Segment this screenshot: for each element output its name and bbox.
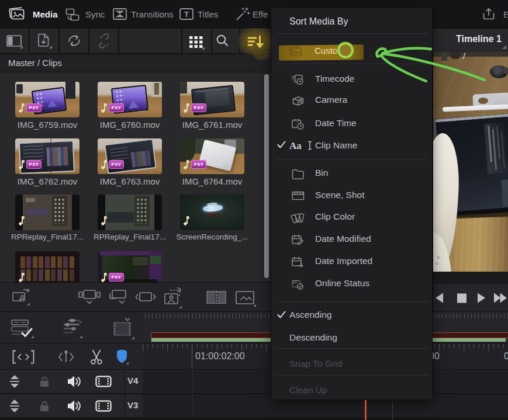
svg-text:T: T [184, 10, 189, 19]
svg-text:Aa: Aa [289, 140, 302, 151]
